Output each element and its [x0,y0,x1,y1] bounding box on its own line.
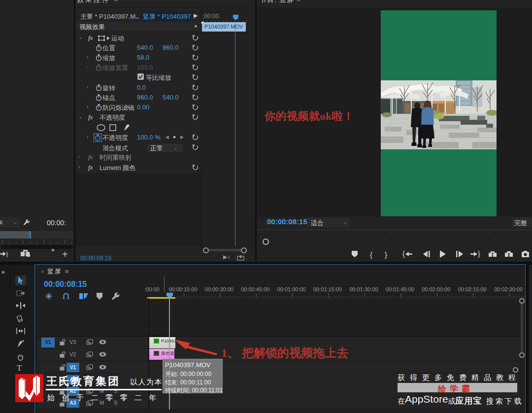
svg-text:}: } [478,250,480,258]
svg-text:{: { [370,250,372,259]
svg-text:{: { [402,250,405,258]
svg-text:}: } [6,250,8,257]
svg-text:}: } [385,250,387,259]
